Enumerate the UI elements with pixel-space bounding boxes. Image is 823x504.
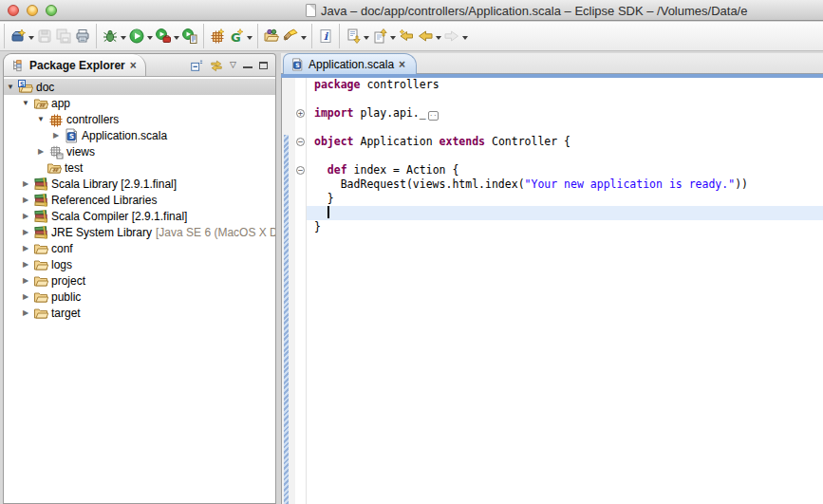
tree-item-scala-library[interactable]: ▶ Scala Library [2.9.1.final] bbox=[4, 176, 275, 192]
tree-item-referenced-libraries[interactable]: ▶ Referenced Libraries bbox=[4, 192, 275, 208]
collapsed-fold-box[interactable]: ·· bbox=[428, 111, 439, 121]
back-button[interactable] bbox=[416, 25, 435, 47]
chevron-expanded-icon[interactable]: ▼ bbox=[19, 99, 32, 107]
folder-icon bbox=[33, 306, 48, 321]
chevron-collapsed-icon[interactable]: ▶ bbox=[19, 260, 32, 269]
fold-collapse-icon[interactable]: − bbox=[296, 166, 305, 175]
tree-item-doc[interactable]: ▼ doc bbox=[4, 79, 275, 95]
zoom-window-button[interactable] bbox=[46, 5, 57, 16]
code-line: object Application extends Controller { bbox=[307, 135, 823, 149]
collapse-all-icon[interactable] bbox=[190, 59, 203, 72]
range-indicator bbox=[284, 135, 289, 504]
forward-dropdown[interactable] bbox=[462, 36, 468, 43]
save-button[interactable] bbox=[35, 25, 54, 47]
package-folder-icon bbox=[33, 96, 48, 111]
coverage-button[interactable] bbox=[180, 25, 199, 47]
save-all-button[interactable] bbox=[54, 25, 73, 47]
tree-item-app[interactable]: ▼ app bbox=[4, 95, 275, 111]
code-line: BadRequest(views.html.index("Your new ap… bbox=[307, 177, 823, 192]
print-button[interactable] bbox=[73, 25, 92, 47]
window-title: Java – doc/app/controllers/Application.s… bbox=[321, 4, 747, 18]
chevron-collapsed-icon[interactable]: ▶ bbox=[49, 131, 63, 140]
editor-tabbar: Application.scala × bbox=[281, 53, 823, 74]
chevron-collapsed-icon[interactable]: ▶ bbox=[19, 308, 32, 317]
chevron-collapsed-icon[interactable]: ▶ bbox=[19, 292, 32, 301]
debug-dropdown[interactable] bbox=[121, 36, 126, 43]
tree-item-jre-system-library[interactable]: ▶ JRE System Library [Java SE 6 (MacOS X… bbox=[4, 224, 275, 240]
tree-item-test[interactable]: test bbox=[4, 159, 275, 176]
editor-tab-application-scala[interactable]: Application.scala × bbox=[283, 53, 417, 74]
previous-annotation-dropdown[interactable] bbox=[390, 36, 396, 43]
chevron-collapsed-icon[interactable]: ▶ bbox=[19, 212, 32, 220]
open-plugin-artifact-button[interactable] bbox=[262, 25, 281, 47]
maximize-view-icon[interactable] bbox=[259, 62, 268, 69]
package-explorer-actions: ▽ bbox=[190, 59, 275, 72]
close-view-icon[interactable]: × bbox=[130, 60, 137, 71]
fold-expand-icon[interactable]: + bbox=[296, 109, 305, 118]
next-annotation-dropdown[interactable] bbox=[364, 36, 369, 43]
tree-item-scala-compiler[interactable]: ▶ Scala Compiler [2.9.1.final] bbox=[4, 208, 275, 224]
code-line bbox=[307, 149, 823, 163]
document-proxy-icon[interactable] bbox=[306, 4, 316, 17]
tree-item-conf[interactable]: ▶ conf bbox=[4, 240, 275, 256]
link-with-editor-icon[interactable] bbox=[210, 59, 223, 72]
chevron-collapsed-icon[interactable]: ▶ bbox=[34, 147, 47, 156]
external-tools-dropdown[interactable] bbox=[174, 36, 179, 43]
last-edit-location-button[interactable] bbox=[397, 25, 416, 47]
vertical-ruler[interactable] bbox=[282, 78, 295, 504]
close-tab-icon[interactable]: × bbox=[399, 59, 405, 70]
package-explorer-tab[interactable]: Package Explorer × bbox=[4, 54, 146, 76]
google-new-button[interactable] bbox=[227, 25, 246, 47]
chevron-expanded-icon[interactable]: ▼ bbox=[34, 115, 47, 123]
debug-button[interactable] bbox=[101, 25, 120, 47]
run-button[interactable] bbox=[127, 25, 146, 47]
run-dropdown[interactable] bbox=[147, 36, 153, 43]
package-icon bbox=[48, 112, 64, 127]
back-dropdown[interactable] bbox=[436, 36, 441, 43]
tree-item-views[interactable]: ▶ views bbox=[4, 143, 275, 159]
editor-body[interactable]: + − − package controllers import play.ap… bbox=[281, 78, 823, 504]
search-dropdown[interactable] bbox=[301, 36, 307, 43]
code-line: import play.api._·· bbox=[307, 106, 823, 121]
chevron-collapsed-icon[interactable]: ▶ bbox=[19, 196, 32, 204]
tree-item-controllers[interactable]: ▼ controllers bbox=[4, 111, 275, 127]
close-window-button[interactable] bbox=[8, 5, 19, 16]
chevron-expanded-icon[interactable]: ▼ bbox=[4, 83, 17, 91]
view-menu-icon[interactable]: ▽ bbox=[230, 61, 236, 69]
new-wizard-button[interactable] bbox=[9, 25, 28, 47]
editor-tab-label: Application.scala bbox=[309, 58, 394, 71]
chevron-collapsed-icon[interactable]: ▶ bbox=[19, 228, 32, 236]
new-plugin-project-button[interactable] bbox=[208, 25, 227, 47]
toolbar-group-navigate bbox=[339, 24, 473, 48]
new-wizard-dropdown[interactable] bbox=[28, 36, 34, 43]
titlebar[interactable]: Java – doc/app/controllers/Application.s… bbox=[0, 0, 823, 21]
next-annotation-button[interactable] bbox=[344, 25, 363, 47]
fold-collapse-icon[interactable]: − bbox=[296, 138, 305, 146]
code-line bbox=[307, 121, 823, 135]
code-area[interactable]: package controllers import play.api._·· … bbox=[307, 78, 823, 504]
folder-icon bbox=[33, 241, 48, 256]
chevron-collapsed-icon[interactable]: ▶ bbox=[19, 244, 32, 252]
tree-item-public[interactable]: ▶ public bbox=[4, 289, 275, 305]
scala-project-icon bbox=[18, 80, 33, 95]
tree-item-project[interactable]: ▶ project bbox=[4, 272, 275, 289]
code-line: } bbox=[307, 220, 823, 234]
search-button[interactable] bbox=[281, 25, 300, 47]
minimize-window-button[interactable] bbox=[27, 5, 38, 16]
chevron-collapsed-icon[interactable]: ▶ bbox=[19, 276, 32, 285]
tree-item-logs[interactable]: ▶ logs bbox=[4, 256, 275, 272]
info-button[interactable] bbox=[316, 25, 335, 47]
package-folder-icon bbox=[47, 160, 62, 176]
tree-item-application-scala[interactable]: ▶ Application.scala bbox=[4, 127, 275, 143]
toolbar-group-info bbox=[311, 24, 339, 48]
forward-button[interactable] bbox=[442, 25, 461, 47]
library-icon bbox=[33, 193, 48, 208]
minimize-view-icon[interactable] bbox=[243, 66, 253, 68]
google-new-dropdown[interactable] bbox=[247, 36, 253, 43]
folding-column[interactable]: + − − bbox=[295, 78, 307, 504]
tree-item-target[interactable]: ▶ target bbox=[4, 305, 275, 321]
external-tools-button[interactable] bbox=[154, 25, 173, 47]
previous-annotation-button[interactable] bbox=[370, 25, 389, 47]
toolbar-group-file bbox=[4, 24, 96, 48]
chevron-collapsed-icon[interactable]: ▶ bbox=[19, 179, 32, 188]
